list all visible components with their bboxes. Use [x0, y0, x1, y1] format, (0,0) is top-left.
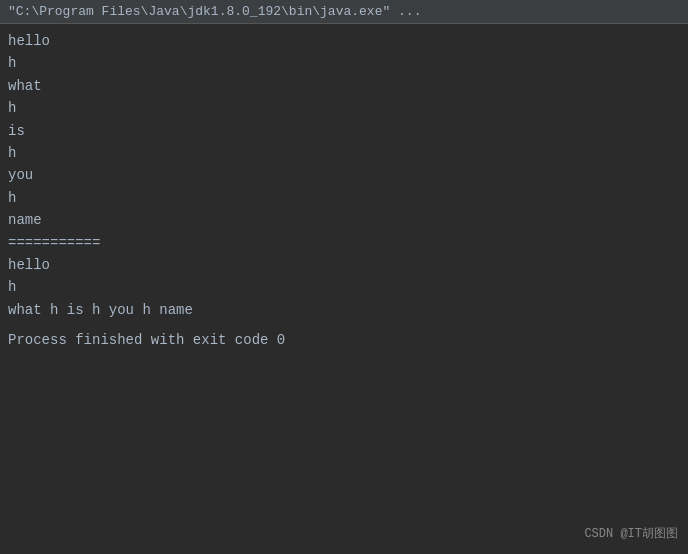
terminal-body: hello h what h is h you h name =========… — [0, 24, 688, 554]
output-line-5: is — [8, 120, 680, 142]
output-line-6: h — [8, 142, 680, 164]
process-finished-line: Process finished with exit code 0 — [8, 329, 680, 351]
output-line-11: h — [8, 276, 680, 298]
output-line-10: hello — [8, 254, 680, 276]
title-bar: "C:\Program Files\Java\jdk1.8.0_192\bin\… — [0, 0, 688, 24]
output-line-4: h — [8, 97, 680, 119]
output-line-12: what h is h you h name — [8, 299, 680, 321]
output-line-9: name — [8, 209, 680, 231]
watermark: CSDN @IT胡图图 — [584, 525, 678, 544]
output-line-8: h — [8, 187, 680, 209]
output-line-7: you — [8, 164, 680, 186]
separator-line: =========== — [8, 232, 680, 254]
output-line-1: hello — [8, 30, 680, 52]
terminal-window: "C:\Program Files\Java\jdk1.8.0_192\bin\… — [0, 0, 688, 554]
title-text: "C:\Program Files\Java\jdk1.8.0_192\bin\… — [8, 4, 421, 19]
output-line-3: what — [8, 75, 680, 97]
output-line-2: h — [8, 52, 680, 74]
